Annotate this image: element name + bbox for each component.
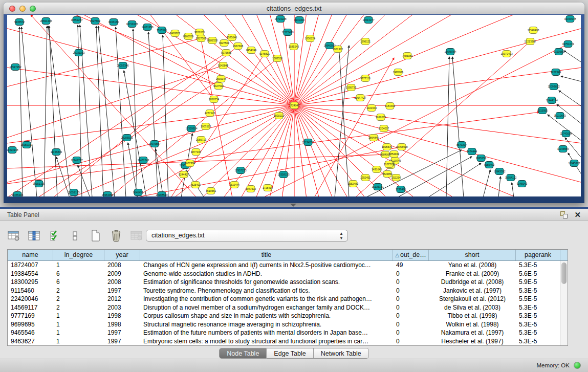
- panel-splitter-handle[interactable]: [290, 204, 296, 207]
- network-node[interactable]: 1725414: [263, 185, 273, 191]
- network-node[interactable]: 10943592: [493, 168, 505, 175]
- network-node[interactable]: 9327503: [219, 40, 229, 47]
- table-row[interactable]: 1938455462009Genome-wide association stu…: [8, 270, 568, 278]
- citation-edge-black[interactable]: [483, 170, 490, 196]
- citation-edge-red[interactable]: [7, 155, 385, 168]
- network-node[interactable]: 10647427: [354, 95, 366, 101]
- network-node[interactable]: 9154493: [385, 103, 395, 110]
- network-node[interactable]: 10653267: [71, 17, 82, 24]
- citation-edge-red[interactable]: [294, 15, 451, 105]
- tab-network-table[interactable]: Network Table: [314, 348, 369, 359]
- network-node[interactable]: 7485086: [393, 69, 403, 76]
- citation-edge-black[interactable]: [21, 27, 37, 196]
- table-row[interactable]: 946362711997Embryonic stem cells: a mode…: [8, 337, 568, 346]
- network-node[interactable]: 20053346: [117, 62, 128, 69]
- column-header-out_de[interactable]: △out_de…: [393, 250, 429, 260]
- network-node[interactable]: 9435572: [14, 19, 25, 26]
- network-node[interactable]: 1895579: [382, 144, 392, 150]
- citation-edge-red[interactable]: [294, 15, 513, 105]
- citation-edge-red[interactable]: [256, 105, 294, 196]
- network-node[interactable]: 19151315: [33, 181, 45, 187]
- network-node[interactable]: 12444134: [546, 97, 557, 104]
- citation-edge-red[interactable]: [294, 15, 332, 105]
- network-node[interactable]: 20206535: [121, 135, 133, 141]
- network-node[interactable]: 20691406: [40, 18, 52, 25]
- network-node[interactable]: 1854932: [389, 151, 399, 158]
- network-node[interactable]: 16945127: [568, 160, 580, 167]
- citation-edge-red[interactable]: [137, 105, 294, 196]
- network-canvas[interactable]: 9435572206914061065326715276026466160107…: [7, 15, 581, 196]
- network-node[interactable]: 2935150: [476, 155, 486, 162]
- citation-edge-black[interactable]: [561, 76, 581, 81]
- citation-edge-black[interactable]: [44, 26, 47, 196]
- citation-edge-black[interactable]: [48, 26, 71, 196]
- delete-columns-icon[interactable]: [110, 229, 123, 243]
- table-selector-dropdown[interactable]: citations_edges.txt ▲▼: [146, 230, 348, 242]
- network-node[interactable]: 16210643: [554, 113, 565, 119]
- network-node[interactable]: 18350151: [20, 142, 32, 148]
- network-node[interactable]: 6466160: [108, 19, 119, 26]
- network-node[interactable]: 10973493: [500, 51, 512, 57]
- network-node[interactable]: 7485083: [402, 53, 412, 59]
- citation-edge-red[interactable]: [294, 105, 514, 196]
- network-node[interactable]: 8679297: [456, 142, 467, 148]
- network-node[interactable]: 252254: [391, 174, 400, 181]
- checkbox-list-icon[interactable]: [69, 229, 82, 243]
- column-header-pagerank[interactable]: pagerank: [516, 250, 560, 260]
- citation-edge-red[interactable]: [294, 15, 346, 105]
- scrollbar-thumb[interactable]: [561, 262, 567, 284]
- network-node[interactable]: 19150978: [564, 16, 576, 23]
- network-node[interactable]: 4257122: [205, 110, 215, 117]
- network-node[interactable]: 12125430: [281, 29, 293, 36]
- citation-edge-red[interactable]: [294, 105, 452, 196]
- network-node[interactable]: 15134515: [302, 139, 314, 146]
- network-node[interactable]: 2818254: [209, 96, 219, 103]
- citation-edge-black[interactable]: [96, 26, 103, 196]
- network-node[interactable]: 9242848: [218, 62, 228, 69]
- network-node[interactable]: 9245042: [517, 181, 527, 187]
- network-node[interactable]: 15059135: [68, 189, 79, 196]
- citation-edge-red[interactable]: [7, 53, 226, 196]
- network-node[interactable]: 1003123: [201, 123, 211, 130]
- column-header-year[interactable]: year: [104, 250, 140, 260]
- network-node[interactable]: 9322605: [194, 29, 205, 36]
- network-node[interactable]: 1585243: [289, 43, 299, 50]
- network-node[interactable]: 11355316: [12, 192, 24, 197]
- network-node[interactable]: 15723228: [274, 16, 286, 23]
- column-header-short[interactable]: short: [429, 250, 516, 260]
- show-columns-icon[interactable]: [28, 229, 41, 243]
- network-node[interactable]: 11046554: [557, 146, 569, 152]
- network-node[interactable]: 1527602: [90, 18, 100, 25]
- citation-edge-black[interactable]: [559, 91, 581, 106]
- table-row[interactable]: 2242004622012Investigating the contribut…: [8, 295, 568, 303]
- citation-edge-red[interactable]: [294, 15, 318, 105]
- network-node[interactable]: 19756928: [396, 144, 407, 150]
- table-row[interactable]: 1456911722003Disruption of a novel membe…: [8, 303, 568, 312]
- network-node[interactable]: 1619444: [229, 182, 239, 188]
- citation-edge-red[interactable]: [76, 15, 294, 105]
- network-node[interactable]: 13014277: [362, 17, 374, 24]
- network-node[interactable]: 7525402: [190, 182, 201, 188]
- table-row[interactable]: 969969511998Structural magnetic resonanc…: [8, 320, 568, 329]
- network-node[interactable]: 1724047: [289, 102, 299, 109]
- column-header-name[interactable]: name: [8, 250, 53, 260]
- network-node[interactable]: 2603144: [216, 76, 226, 82]
- citation-edge-black[interactable]: [19, 27, 23, 196]
- network-node[interactable]: 20331163: [73, 50, 85, 56]
- vertical-scrollbar[interactable]: [560, 261, 568, 345]
- network-node[interactable]: 9640456: [133, 189, 143, 196]
- network-graph[interactable]: 9435572206914061065326715276026466160107…: [7, 15, 581, 196]
- network-node[interactable]: 1595733: [346, 84, 356, 91]
- citation-edge-black[interactable]: [339, 46, 349, 196]
- network-node[interactable]: 16648784: [444, 49, 456, 55]
- network-node[interactable]: 8131304: [294, 17, 304, 24]
- network-node[interactable]: 9150462: [484, 162, 494, 168]
- close-panel-icon[interactable]: ✕: [574, 210, 581, 220]
- float-panel-icon[interactable]: [560, 211, 568, 218]
- network-node[interactable]: 9047532: [246, 186, 256, 192]
- citation-edge-black[interactable]: [428, 163, 481, 196]
- column-header-title[interactable]: title: [140, 250, 393, 260]
- network-node[interactable]: 19393148: [7, 147, 18, 154]
- citation-edge-black[interactable]: [124, 71, 146, 196]
- network-node[interactable]: 2204007: [379, 125, 389, 132]
